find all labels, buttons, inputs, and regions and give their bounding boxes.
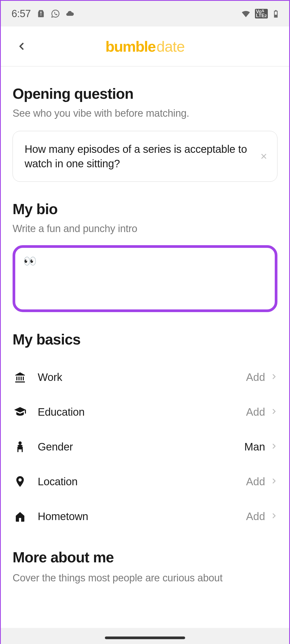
basics-row-work[interactable]: WorkAdd [13,360,277,395]
basics-row-label: Gender [38,441,244,453]
app-header: bumble date [1,26,289,66]
chevron-left-icon [17,41,26,51]
education-icon [13,404,28,419]
bio-title: My bio [13,200,277,218]
hometown-icon [13,509,28,524]
location-icon [13,474,28,489]
basics-row-label: Education [38,406,246,418]
basics-row-value: Add [246,476,265,488]
cloud-icon [66,9,74,18]
svg-point-0 [18,441,22,445]
wifi-icon [241,8,251,19]
basics-row-label: Work [38,371,246,383]
chevron-right-icon [270,373,277,381]
app-logo: bumble date [1,38,289,55]
basics-row-value: Add [246,371,265,383]
gender-icon [13,439,28,454]
status-bar: 6:57 Vo⇅LTE2 [1,1,289,26]
opening-question-subtitle: See who you vibe with before matching. [13,108,277,119]
basics-row-value: Man [244,441,265,453]
more-subtitle: Cover the things most people are curious… [13,572,277,584]
logo-text-a: bumble [105,38,155,55]
logo-text-b: date [157,38,185,55]
basics-row-value: Add [246,406,265,418]
opening-question-card[interactable]: How many episodes of a series is accepta… [13,131,277,182]
basics-row-location[interactable]: LocationAdd [13,464,277,499]
opening-question-close-button[interactable] [258,151,269,162]
basics-row-value: Add [246,510,265,522]
bottom-fade [1,628,289,644]
whatsapp-icon [51,9,60,18]
basics-section: My basics WorkAddEducationAddGenderManLo… [13,331,277,534]
basics-title: My basics [13,331,277,348]
chevron-right-icon [270,443,277,451]
basics-row-education[interactable]: EducationAdd [13,395,277,429]
volte2-icon: Vo⇅LTE2 [255,9,268,19]
basics-row-gender[interactable]: GenderMan [13,429,277,464]
bio-section: My bio Write a fun and punchy intro 👀 [13,200,277,312]
close-icon [260,152,268,160]
work-icon [13,370,28,385]
clock: 6:57 [12,8,31,20]
chevron-right-icon [270,512,277,520]
basics-row-hometown[interactable]: HometownAdd [13,499,277,534]
opening-question-text: How many episodes of a series is accepta… [25,142,253,171]
bio-subtitle: Write a fun and punchy intro [13,223,277,234]
more-section: More about me Cover the things most peop… [13,549,277,584]
sd-alert-icon [37,9,45,18]
bio-value: 👀 [23,255,37,267]
battery-icon [272,9,280,18]
basics-row-label: Hometown [38,510,246,522]
bio-input[interactable]: 👀 [13,245,277,312]
opening-question-section: Opening question See who you vibe with b… [13,85,277,182]
basics-row-label: Location [38,476,246,488]
chevron-right-icon [270,478,277,486]
chevron-right-icon [270,408,277,416]
back-button[interactable] [14,38,30,54]
opening-question-title: Opening question [13,85,277,102]
nav-handle[interactable] [105,637,185,639]
more-title: More about me [13,549,277,566]
